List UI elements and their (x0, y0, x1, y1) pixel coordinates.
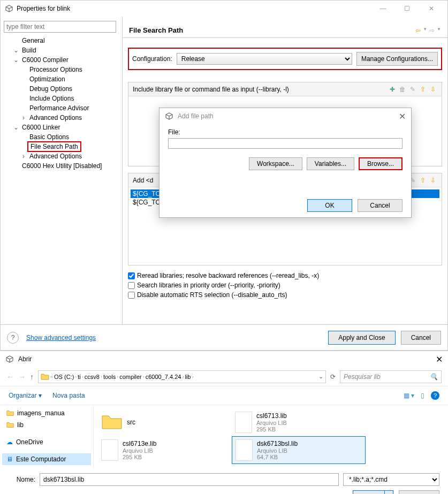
manage-configs-button[interactable]: Manage Configurations... (356, 52, 438, 66)
chevron-down-icon: ⌄ (12, 124, 20, 131)
variables-button[interactable]: Variables... (307, 157, 354, 170)
crumb[interactable]: tools (103, 374, 116, 380)
breadcrumb[interactable]: « OS (C:)› ti› ccsv8› tools› compiler› c… (38, 370, 326, 383)
file-item-csl6713[interactable]: csl6713.libArquivo LIB295 KB (232, 408, 366, 436)
apply-close-button[interactable]: Apply and Close (328, 331, 395, 345)
filter-select[interactable]: *.lib;*.a;*.cmd (343, 473, 439, 486)
modal-cancel-button[interactable]: Cancel (358, 199, 403, 212)
name-label: Nome: (9, 476, 35, 483)
down-icon[interactable]: ⇩ (429, 176, 437, 185)
file-input[interactable] (168, 138, 403, 149)
modal-title: Add file path (178, 112, 214, 120)
down-icon[interactable]: ⇩ (429, 85, 437, 94)
crumb[interactable]: OS (C:) (54, 374, 74, 380)
tree-linker[interactable]: ⌄C6000 Linker (5, 123, 120, 132)
edit-icon[interactable]: ✎ (408, 85, 417, 94)
file-label: File: (168, 128, 403, 136)
close-icon[interactable]: ✕ (436, 354, 443, 364)
chevron-down-icon: ⌄ (12, 56, 20, 64)
nav-forward-icon[interactable]: → (18, 373, 26, 381)
group1-title: Include library file or command file as … (133, 86, 289, 93)
file-item-src[interactable]: src (98, 408, 232, 436)
up-icon[interactable]: ⇧ (419, 176, 427, 185)
tree-basic[interactable]: Basic Options (5, 132, 120, 142)
chevron-down-icon: ⌄ (12, 47, 20, 54)
file-sidebar: imagens_manua lib ☁OneDrive 🖥Este Comput… (0, 405, 94, 469)
show-advanced-link[interactable]: Show advanced settings (26, 334, 96, 341)
new-folder-button[interactable]: Nova pasta (52, 392, 85, 399)
crumb[interactable]: c6000_7.4.24 (146, 374, 181, 380)
chevron-right-icon: › (20, 114, 27, 121)
back-menu-icon[interactable]: ▼ (423, 27, 427, 34)
tree-compiler[interactable]: ⌄C6000 Compiler (5, 55, 120, 65)
ok-button[interactable]: OK (307, 199, 352, 212)
tree-debug[interactable]: Debug Options (5, 84, 120, 94)
sidebar-item-imagens[interactable]: imagens_manua (2, 407, 91, 419)
reread-checkbox[interactable]: Reread libraries; resolve backward refer… (128, 272, 442, 279)
close-icon[interactable]: ✕ (399, 111, 406, 121)
forward-icon[interactable]: ⇨ (429, 27, 435, 34)
delete-icon[interactable]: 🗑 (398, 85, 407, 94)
configuration-label: Configuration: (132, 55, 172, 63)
add-icon[interactable]: ✚ (388, 85, 397, 94)
configuration-select[interactable]: Release (177, 53, 352, 65)
priority-checkbox[interactable]: Search libraries in priority order (--pr… (128, 282, 442, 289)
tree-include[interactable]: Include Options (5, 94, 120, 103)
view-icon[interactable]: ▦ ▾ (404, 392, 414, 399)
tree-processor[interactable]: Processor Options (5, 65, 120, 74)
organize-button[interactable]: Organizar ▾ (9, 392, 42, 399)
tree-build[interactable]: ⌄Build (5, 45, 120, 55)
refresh-icon[interactable]: ⟳ (330, 373, 336, 381)
cancel-button[interactable]: Cancel (401, 331, 441, 345)
tree-general[interactable]: General (5, 36, 120, 45)
close-button[interactable]: ✕ (419, 1, 443, 17)
title-bar: Properties for blink — ☐ ✕ (1, 1, 447, 17)
open-button[interactable]: Abrir▾ (353, 490, 393, 494)
crumb[interactable]: ccsv8 (85, 374, 100, 380)
disable-rts-checkbox[interactable]: Disable automatic RTS selection (--disab… (128, 291, 442, 299)
up-icon[interactable]: ⇧ (419, 85, 427, 94)
tree-optimization[interactable]: Optimization (5, 74, 120, 84)
browse-button[interactable]: Browse... (359, 157, 403, 170)
tree-perf[interactable]: Performance Advisor (5, 103, 120, 113)
preview-icon[interactable]: ▯ (421, 392, 424, 399)
crumb[interactable]: compiler (119, 374, 142, 380)
folder-icon (101, 414, 123, 431)
sidebar-item-lib[interactable]: lib (2, 419, 91, 431)
crumb[interactable]: ti (78, 374, 81, 380)
filename-input[interactable] (40, 473, 339, 486)
fd-cancel-button[interactable]: Cancelar (399, 490, 439, 494)
back-icon[interactable]: ⇦ (415, 27, 421, 34)
group2-title: Add <d (133, 177, 153, 184)
filter-input[interactable] (4, 21, 116, 33)
help-icon[interactable]: ? (431, 391, 439, 400)
file-item-dsk[interactable]: dsk6713bsl.libArquivo LIB64,7 KB (232, 436, 366, 464)
chevron-right-icon: › (20, 153, 27, 160)
sidebar-item-computer[interactable]: 🖥Este Computador (2, 453, 91, 465)
cube-icon (5, 4, 13, 13)
forward-menu-icon[interactable]: ▼ (437, 27, 441, 34)
search-input[interactable]: Pesquisar lib 🔍 (340, 370, 442, 383)
tree-filesearch[interactable]: File Search Path (5, 142, 120, 151)
nav-back-icon[interactable]: ← (6, 373, 14, 381)
cube-icon (5, 355, 14, 363)
chevron-down-icon[interactable]: ▾ (384, 491, 393, 494)
file-open-dialog: Abrir ✕ ← → ↑ « OS (C:)› ti› ccsv8› tool… (0, 351, 448, 494)
folder-icon (6, 421, 14, 429)
tree-adv2[interactable]: ›Advanced Options (5, 151, 120, 161)
file-icon (101, 439, 118, 461)
file-icon (236, 439, 253, 461)
sidebar-item-onedrive[interactable]: ☁OneDrive (2, 436, 91, 448)
tree-hex[interactable]: C6000 Hex Utility [Disabled] (5, 161, 120, 171)
tree-adv1[interactable]: ›Advanced Options (5, 113, 120, 123)
navigation-panel: General ⌄Build ⌄C6000 Compiler Processor… (1, 17, 123, 324)
configuration-row: Configuration: Release Manage Configurat… (128, 48, 442, 70)
page-title: File Search Path (129, 26, 183, 34)
crumb[interactable]: lib (185, 374, 191, 380)
nav-up-icon[interactable]: ↑ (30, 373, 34, 381)
help-icon[interactable]: ? (7, 332, 19, 344)
file-item-csl6713e[interactable]: csl6713e.libArquivo LIB295 KB (98, 436, 232, 464)
workspace-button[interactable]: Workspace... (249, 157, 302, 170)
minimize-button[interactable]: — (371, 1, 395, 17)
maximize-button[interactable]: ☐ (395, 1, 419, 17)
